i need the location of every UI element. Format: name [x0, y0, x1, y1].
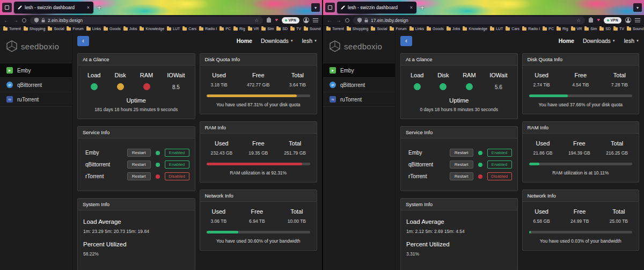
- bookmark-folder-item[interactable]: Links: [409, 27, 424, 31]
- bookmark-folder-item[interactable]: VR: [248, 27, 259, 31]
- bookmark-folder-item[interactable]: Radio I: [522, 27, 540, 31]
- bookmark-folder-item[interactable]: SD: [599, 27, 611, 31]
- nav-home[interactable]: Home: [237, 38, 252, 44]
- service-status-dot: [478, 151, 482, 155]
- folder-icon: [261, 27, 266, 31]
- list-all-tabs-button[interactable]: ▾: [311, 3, 320, 12]
- nav-home[interactable]: Home: [559, 38, 574, 44]
- metric-label: Load: [87, 72, 100, 78]
- account-avatar-icon[interactable]: [625, 17, 631, 23]
- bookmark-folder-item[interactable]: Forum: [67, 27, 83, 31]
- bookmark-folder-item[interactable]: Forum: [390, 27, 406, 31]
- restart-button[interactable]: Restart: [127, 149, 151, 157]
- bookmark-folder-item[interactable]: Goods: [104, 27, 121, 31]
- nav-downloads[interactable]: Downloads▼: [261, 38, 294, 44]
- vpn-badge[interactable]: VPN: [604, 17, 621, 24]
- close-icon[interactable]: ×: [410, 5, 413, 10]
- bookmark-folder-item[interactable]: SD: [276, 27, 288, 31]
- stat-value: 2.74 TiB: [533, 82, 550, 87]
- menu-icon[interactable]: [635, 18, 640, 19]
- account-avatar-icon[interactable]: [303, 17, 309, 23]
- forward-icon[interactable]: →: [13, 18, 18, 23]
- list-all-tabs-button[interactable]: ▾: [633, 3, 642, 12]
- bookmark-folder-item[interactable]: Sim: [261, 27, 274, 31]
- stat-label: Free: [252, 72, 265, 78]
- back-button[interactable]: ‹: [77, 36, 89, 46]
- sidebar-item-qbittorrent[interactable]: qb qBittorrent: [0, 77, 72, 92]
- bookmark-star-icon[interactable]: ☆: [254, 18, 259, 23]
- firefox-view-button[interactable]: [2, 3, 12, 12]
- bookmark-folder-item[interactable]: Jobs: [123, 27, 137, 31]
- sidebar-item-emby[interactable]: ▶ Emby: [323, 63, 395, 77]
- bookmark-folder-item[interactable]: LUT: [490, 27, 503, 31]
- vpn-badge[interactable]: VPN: [282, 17, 299, 24]
- refresh-icon[interactable]: [345, 18, 349, 23]
- bookmark-folder-item[interactable]: TV: [290, 27, 301, 31]
- bookmark-label: Radio I: [205, 27, 217, 31]
- restart-button[interactable]: Restart: [450, 149, 473, 157]
- restart-button[interactable]: Restart: [127, 172, 151, 180]
- bookmark-folder-item[interactable]: Jobs: [447, 27, 460, 31]
- bookmark-folder-item[interactable]: TV: [613, 27, 624, 31]
- sidebar-item-qbittorrent[interactable]: qb qBittorrent: [323, 77, 395, 92]
- bookmark-folder-item[interactable]: Torrent: [3, 27, 21, 31]
- sidebar-item-rutorrent[interactable]: ru ruTorrent: [323, 92, 395, 107]
- sidebar-item-emby[interactable]: ▶ Emby: [0, 63, 72, 77]
- restart-button[interactable]: Restart: [450, 160, 473, 169]
- bookmark-folder-item[interactable]: Sim: [584, 27, 597, 31]
- menu-icon[interactable]: [313, 18, 318, 19]
- close-icon[interactable]: ×: [87, 5, 90, 10]
- vpn-label: VPN: [611, 18, 618, 22]
- nav-user[interactable]: lesh▼: [624, 38, 639, 44]
- ram-status-dot: [143, 83, 150, 90]
- bookmark-folder-item[interactable]: Sound: [304, 27, 320, 31]
- bookmark-folder-item[interactable]: VR: [571, 27, 582, 31]
- back-icon[interactable]: ←: [327, 18, 332, 23]
- heart-extension-icon[interactable]: ♥: [275, 18, 277, 23]
- extensions-icon[interactable]: [267, 18, 271, 23]
- forward-icon[interactable]: →: [336, 18, 341, 23]
- bookmark-folder-item[interactable]: Knowledge: [140, 27, 164, 31]
- bookmark-folder-item[interactable]: Rig: [233, 27, 245, 31]
- restart-button[interactable]: Restart: [450, 172, 473, 180]
- bookmark-folder-item[interactable]: Knowledge: [463, 27, 487, 31]
- new-tab-button[interactable]: +: [96, 4, 103, 12]
- sidebar-item-rutorrent[interactable]: ru ruTorrent: [0, 92, 72, 107]
- bookmark-folder-item[interactable]: PC: [219, 27, 231, 31]
- address-bar[interactable]: 2.ein.itsby.design ☆: [30, 17, 263, 24]
- service-row: Emby Restart Enabled: [83, 149, 189, 157]
- browser-window-2: lesh - swizzin dashboard × + ▾ ← → 17.ei…: [322, 0, 644, 270]
- bookmark-folder-item[interactable]: Sound: [627, 27, 643, 31]
- bookmark-folder-item[interactable]: LUT: [167, 27, 180, 31]
- browser-tab[interactable]: lesh - swizzin dashboard ×: [337, 2, 416, 13]
- bookmark-folder-item[interactable]: Rig: [557, 27, 568, 31]
- back-button[interactable]: ‹: [400, 36, 412, 46]
- bookmark-folder-item[interactable]: Shopping: [347, 27, 369, 31]
- refresh-icon[interactable]: [22, 18, 26, 23]
- bookmark-folder-item[interactable]: Social: [48, 27, 64, 31]
- firefox-view-button[interactable]: [325, 3, 335, 12]
- browser-tab[interactable]: lesh - swizzin dashboard ×: [14, 2, 93, 13]
- bookmark-folder-item[interactable]: Social: [371, 27, 387, 31]
- stat-value: 10.00 TB: [288, 218, 306, 224]
- bookmark-folder-item[interactable]: PC: [543, 27, 554, 31]
- address-bar[interactable]: 17.ein.itsby.design ☆: [353, 17, 585, 24]
- nav-user[interactable]: lesh▼: [302, 38, 317, 44]
- new-tab-button[interactable]: +: [419, 4, 426, 12]
- bookmark-folder-item[interactable]: Cars: [506, 27, 519, 31]
- restart-button[interactable]: Restart: [127, 160, 151, 169]
- bookmark-folder-item[interactable]: Radio I: [199, 27, 217, 31]
- heart-extension-icon[interactable]: ♥: [597, 18, 599, 23]
- extensions-icon[interactable]: [589, 18, 593, 23]
- bookmark-folder-item[interactable]: Links: [86, 27, 101, 31]
- bookmark-folder-item[interactable]: Cars: [182, 27, 196, 31]
- bookmark-folder-item[interactable]: Goods: [427, 27, 444, 31]
- back-icon[interactable]: ←: [4, 18, 9, 23]
- nav-downloads[interactable]: Downloads▼: [583, 38, 616, 44]
- bookmark-star-icon[interactable]: ☆: [576, 18, 581, 23]
- bookmark-folder-item[interactable]: Shopping: [24, 27, 46, 31]
- ram-progress-fill: [529, 163, 539, 165]
- bookmark-folder-item[interactable]: Torrent: [326, 27, 344, 31]
- folder-icon: [290, 27, 295, 31]
- service-status-badge: Enabled: [165, 160, 189, 169]
